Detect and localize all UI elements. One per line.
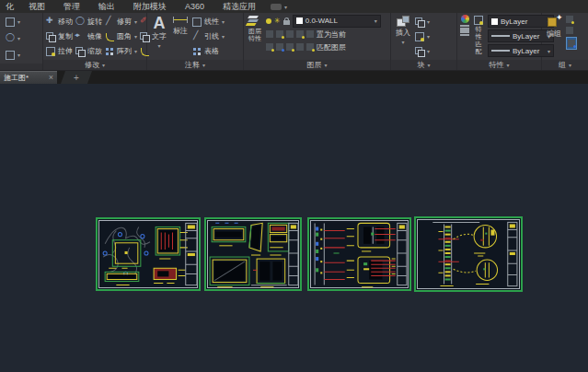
layer-properties-button[interactable]: 图层特性 <box>247 15 263 43</box>
menu-a360[interactable]: A360 <box>176 2 213 11</box>
move-button[interactable]: 移动 <box>46 15 73 29</box>
menu-addins[interactable]: 附加模块 <box>124 1 176 13</box>
draw-tool-button[interactable]: ▾ <box>6 31 20 45</box>
block-icon <box>397 16 409 27</box>
ungroup-button[interactable] <box>566 15 577 24</box>
menubar: 化 视图 管理 输出 附加模块 A360 精选应用 ▾ <box>0 0 588 13</box>
drawing-sheet-3[interactable] <box>307 217 411 291</box>
draw-tool-button[interactable]: ▾ <box>6 48 20 62</box>
plus-icon: + <box>74 73 79 83</box>
chevron-down-icon: ▾ <box>17 18 20 25</box>
stretch-button[interactable]: 拉伸 <box>46 44 73 58</box>
lineweight-list-icon[interactable] <box>460 29 469 30</box>
stretch-icon <box>46 47 55 56</box>
block-tool-button[interactable]: ▾ <box>415 29 430 43</box>
stretch-label: 拉伸 <box>58 46 73 56</box>
scale-button[interactable]: 缩放 <box>75 44 102 58</box>
trim-label: 修剪 <box>117 17 132 27</box>
layer-tool-icon[interactable] <box>266 43 273 51</box>
group-panel-footer[interactable]: 组 ▾ <box>542 60 588 70</box>
drawing-sheet-1[interactable] <box>96 217 201 291</box>
match-layer-label[interactable]: 匹配图层 <box>317 42 346 52</box>
file-tab-active[interactable]: 施工图* × <box>0 71 57 84</box>
block-tool-button[interactable]: ▾ <box>415 44 430 58</box>
close-tab-icon[interactable]: × <box>49 74 53 82</box>
linear-button[interactable]: 线性▾ <box>192 15 225 29</box>
new-tab-button[interactable]: + <box>61 71 92 84</box>
layer-tool-icon[interactable] <box>306 43 314 51</box>
fillet-icon <box>105 32 114 41</box>
edit-block-icon <box>415 17 424 27</box>
layer-tool-icon[interactable] <box>306 30 314 38</box>
panel-draw-partial: ▾ ▾ ▾ <box>0 13 43 70</box>
layer-dropdown[interactable]: 0.0-WALL ▾ <box>293 15 381 28</box>
annotate-panel-footer[interactable]: 注释 ▾ <box>147 60 243 70</box>
chevron-down-icon: ▾ <box>222 33 225 40</box>
menu-manage[interactable]: 管理 <box>54 1 89 13</box>
color-wheel-icon[interactable] <box>461 15 469 23</box>
trim-button[interactable]: 修剪▾ <box>105 15 137 29</box>
hatch-icon <box>6 51 15 60</box>
layer-tool-icon[interactable] <box>266 30 273 38</box>
block-panel-footer[interactable]: 块 ▾ <box>391 60 456 70</box>
layer-tool-icon[interactable] <box>286 30 294 38</box>
text-label: 文字 <box>152 31 167 41</box>
group-button[interactable]: 编组 <box>545 15 563 40</box>
modify-panel-footer[interactable]: 修改 ▾ <box>43 60 146 70</box>
rotate-button[interactable]: 旋转 <box>75 15 102 29</box>
draw-tool-button[interactable]: ▾ <box>6 15 20 29</box>
group-select-toggle[interactable] <box>566 37 577 50</box>
layer-properties-label: 图层特性 <box>248 28 261 42</box>
block-tool-button[interactable]: ▾ <box>415 15 430 29</box>
chevron-down-icon: ▾ <box>569 62 571 68</box>
layer-tool-icon[interactable] <box>286 43 294 51</box>
chevron-down-icon: ▾ <box>17 35 20 41</box>
menu-parametric-partial[interactable]: 化 <box>4 1 19 13</box>
array-button[interactable]: 阵列▾ <box>105 44 137 58</box>
text-button[interactable]: A 文字 ▾ <box>150 15 168 50</box>
layer-tool-icon[interactable] <box>276 30 283 38</box>
panel-block: 插入 ▾ ▾ ▾ ▾ 块 ▾ <box>391 13 457 70</box>
linetype-list-icon[interactable] <box>460 25 469 27</box>
fillet-button[interactable]: 圆角▾ <box>105 29 137 43</box>
layers-panel-footer[interactable]: 图层 ▾ <box>244 60 390 70</box>
insert-block-button[interactable]: 插入 ▾ <box>394 15 412 46</box>
chevron-down-icon: ▾ <box>222 18 225 25</box>
menu-output[interactable]: 输出 <box>89 1 124 13</box>
mirror-button[interactable]: 镜像 <box>75 29 102 43</box>
group-edit-button[interactable] <box>566 26 577 35</box>
dimension-button[interactable]: 标注 <box>171 15 190 37</box>
match-properties-button[interactable]: 特性匹配 <box>472 15 485 56</box>
chevron-down-icon: ▾ <box>427 18 430 25</box>
chevron-down-icon: ▾ <box>102 62 105 68</box>
chevron-down-icon: ▾ <box>427 62 430 68</box>
menubar-extra-button[interactable]: ▾ <box>271 4 287 10</box>
explode-button[interactable] <box>140 29 149 43</box>
leader-icon <box>192 32 202 41</box>
layer-thaw-icon[interactable]: ✳ <box>274 17 281 25</box>
layer-on-icon[interactable] <box>266 18 271 24</box>
drawing-canvas[interactable] <box>0 84 588 372</box>
group-icon <box>548 16 561 28</box>
chevron-down-icon: ▾ <box>427 48 430 54</box>
leader-button[interactable]: 引线▾ <box>192 29 225 43</box>
properties-panel-footer[interactable]: 特性 ▾ <box>457 60 541 70</box>
layer-tool-icon[interactable] <box>296 30 304 38</box>
chevron-down-icon: ▾ <box>506 62 509 68</box>
drawing-sheet-4[interactable] <box>414 216 523 292</box>
layer-lock-icon[interactable] <box>283 20 290 25</box>
table-button[interactable]: 表格 <box>192 44 225 58</box>
chevron-down-icon: ▾ <box>401 39 404 45</box>
chevron-down-icon: ▾ <box>134 48 137 54</box>
set-current-label[interactable]: 置为当前 <box>317 29 346 40</box>
menu-view[interactable]: 视图 <box>19 1 54 13</box>
copy-icon <box>46 32 55 41</box>
trim-icon <box>105 17 114 27</box>
current-layer-name: 0.0-WALL <box>306 17 372 25</box>
copy-button[interactable]: 复制 <box>46 29 73 43</box>
drawing-sheet-2[interactable] <box>204 217 302 291</box>
menu-featured-apps[interactable]: 精选应用 <box>213 1 265 13</box>
leader-label: 引线 <box>204 31 219 41</box>
layer-tool-icon[interactable] <box>296 43 304 51</box>
layer-tool-icon[interactable] <box>276 43 283 51</box>
